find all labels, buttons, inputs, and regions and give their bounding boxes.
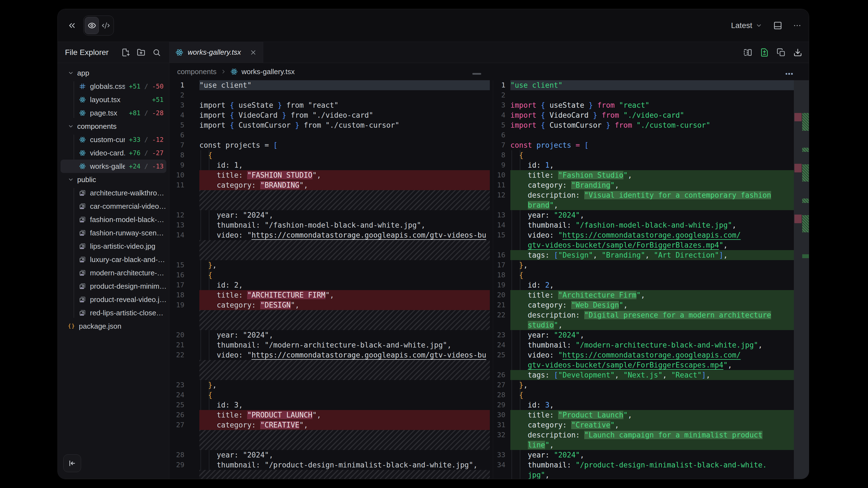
code-line: 25 id: 3, <box>169 400 490 410</box>
code-line: 26 title: "PRODUCT LAUNCH", <box>169 410 490 420</box>
diff-overview-ruler[interactable] <box>794 80 809 479</box>
file-tree-item[interactable]: video-card.tsx+76 / -27 <box>61 146 166 160</box>
diff-ruler-mark-add <box>802 113 809 131</box>
code-line: 10 title: "Fashion Studio", <box>496 170 794 180</box>
file-tree-item[interactable]: product-design-minim… <box>61 280 166 293</box>
line-number: 9 <box>169 160 199 170</box>
code-line <box>169 310 490 320</box>
breadcrumb-folder[interactable]: components <box>177 67 217 76</box>
line-number: 16 <box>169 270 199 280</box>
code-line: 25 video: "https://commondatastorage.goo… <box>496 350 794 360</box>
collapse-sidebar-button[interactable] <box>63 454 81 472</box>
line-number: 13 <box>169 220 199 230</box>
file-tree-item[interactable]: modern-architecture-… <box>61 266 166 280</box>
search-files-button[interactable] <box>152 48 161 57</box>
code-line: line", <box>496 440 794 450</box>
diff-pane-original[interactable]: 1"use client"23import { useState } from … <box>169 80 490 479</box>
code-line: 17 id: 2, <box>169 280 490 290</box>
file-explorer-header: File Explorer <box>58 42 169 63</box>
download-button[interactable] <box>793 48 802 57</box>
file-tree-item[interactable]: fashion-model-black-… <box>61 213 166 226</box>
left-pane-scrollbar[interactable] <box>472 73 481 75</box>
diff-stats: +24 / -13 <box>129 163 166 170</box>
code-line: 15 }, <box>169 260 490 270</box>
code-toggle-button[interactable] <box>99 17 113 34</box>
file-tree-item[interactable]: luxury-car-black-and-… <box>61 253 166 266</box>
code-line: 22 description: "Digital presence for a … <box>496 310 794 320</box>
file-name: video-card.tsx <box>90 149 125 157</box>
new-folder-icon <box>137 48 145 57</box>
file-diff-icon <box>760 48 769 57</box>
file-tree-item[interactable]: car-commercial-video… <box>61 200 166 213</box>
file-tree-item[interactable]: page.tsx+81 / -28 <box>61 106 166 120</box>
close-tab-icon[interactable] <box>250 49 257 56</box>
chevron-right-icon <box>220 69 226 75</box>
code-line: 21 category: "Web Design", <box>496 300 794 310</box>
line-number <box>169 250 199 260</box>
code-line <box>169 360 490 370</box>
diff-ruler-mark-add_solid <box>802 254 809 258</box>
diff-stats: +51 / -50 <box>129 83 166 90</box>
line-number: 21 <box>496 300 510 310</box>
show-diff-button[interactable] <box>760 48 769 57</box>
toggle-diff-view-button[interactable] <box>743 48 752 57</box>
code-line: 34 thumbnail: "/product-design-minimalis… <box>496 460 794 470</box>
folder-tree-item[interactable]: app <box>61 66 166 80</box>
diff-view: 1"use client"23import { useState } from … <box>169 80 809 479</box>
file-tree-item[interactable]: fashion-runway-scen… <box>61 226 166 239</box>
preview-toggle-button[interactable] <box>85 17 99 34</box>
tab-works-gallery[interactable]: works-gallery.tsx <box>169 42 263 63</box>
split-diff-icon <box>743 48 752 57</box>
file-name: works-galler… <box>90 162 125 171</box>
line-number: 24 <box>496 340 510 350</box>
code-line: 5import { CustomCursor } from "./custom-… <box>169 120 490 130</box>
diff-pane-modified[interactable]: 1"use client"23import { useState } from … <box>496 80 794 479</box>
code-line: 13 thumbnail: "/fashion-model-black-and-… <box>169 220 490 230</box>
code-line: 28 { <box>496 390 794 400</box>
editor-area: works-gallery.tsx <box>169 42 809 479</box>
code-line: 14 video: "https://commondatastorage.goo… <box>169 230 490 240</box>
code-line: 28 year: "2024", <box>169 450 490 460</box>
new-folder-button[interactable] <box>137 48 145 57</box>
folder-tree-item[interactable]: components <box>61 120 166 133</box>
more-options-button[interactable] <box>793 21 802 30</box>
line-number: 20 <box>169 330 199 340</box>
line-number <box>169 240 199 250</box>
right-pane-scrollbar[interactable] <box>785 73 793 75</box>
image-file-icon <box>79 203 86 209</box>
copy-file-button[interactable] <box>777 48 785 57</box>
file-tree-item[interactable]: red-lips-artistic-close… <box>61 306 166 320</box>
file-name: package.json <box>79 322 121 331</box>
panel-layout-button[interactable] <box>773 21 782 30</box>
image-file-icon <box>79 269 86 276</box>
code-line: 2 <box>169 90 490 100</box>
file-tree-item[interactable]: works-galler…+24 / -13 <box>61 160 166 173</box>
code-line: 1"use client" <box>169 80 490 90</box>
code-line: studio", <box>496 320 794 330</box>
code-line: 4import { VideoCard } from "./video-card… <box>496 110 794 120</box>
line-number: 5 <box>169 120 199 130</box>
file-name: modern-architecture-… <box>90 269 164 277</box>
code-line <box>169 200 490 210</box>
breadcrumb-file[interactable]: works-gallery.tsx <box>242 67 295 76</box>
file-tree-item[interactable]: architecture-walkthro… <box>61 186 166 200</box>
code-line: 3import { useState } from "react" <box>496 100 794 110</box>
file-tree-item[interactable]: package.json <box>61 320 166 333</box>
file-tree-item[interactable]: globals.css+51 / -50 <box>61 80 166 93</box>
file-tree-item[interactable]: lips-artistic-video.jpg <box>61 239 166 253</box>
line-number: 21 <box>169 340 199 350</box>
folder-tree-item[interactable]: public <box>61 173 166 186</box>
line-number: 13 <box>496 210 510 220</box>
version-dropdown[interactable]: Latest <box>731 21 762 30</box>
pane-divider[interactable] <box>490 80 496 479</box>
file-tree-item[interactable]: layout.tsx+51 <box>61 93 166 106</box>
code-line: 22 video: "https://commondatastorage.goo… <box>169 350 490 360</box>
file-tree-item[interactable]: custom-curs…+33 / -12 <box>61 133 166 146</box>
code-line <box>169 190 490 200</box>
code-line: 18 { <box>496 270 794 280</box>
file-tree-item[interactable]: product-reveal-video.j… <box>61 293 166 306</box>
line-number: 27 <box>169 420 199 430</box>
code-line: 12 year: "2024", <box>169 210 490 220</box>
collapse-panel-button[interactable] <box>67 21 76 30</box>
new-file-button[interactable] <box>121 48 130 57</box>
